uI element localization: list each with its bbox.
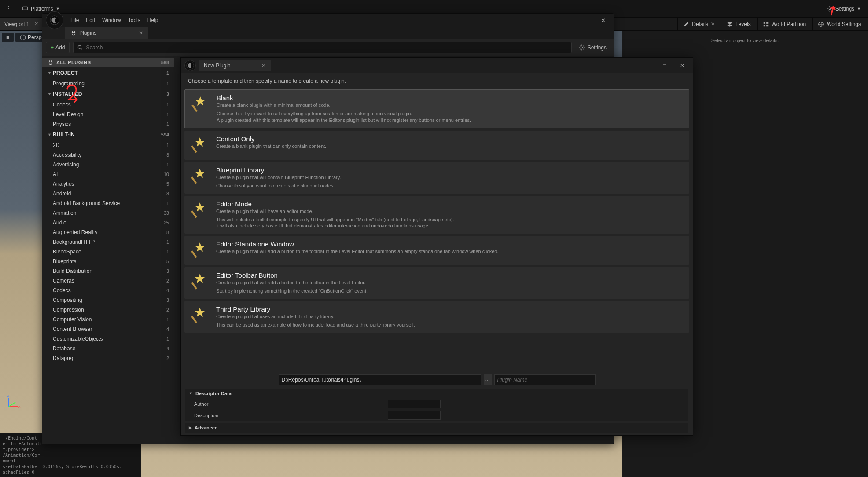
template-title: Editor Mode [216, 200, 684, 208]
world-settings-tab[interactable]: World Settings [812, 18, 866, 30]
sidebar-category-row[interactable]: Programming1 [42, 79, 174, 88]
pencil-icon [683, 21, 689, 27]
template-subtitle: Create a plugin that will add a button t… [216, 280, 684, 285]
new-plugin-titlebar[interactable]: New Plugin ✕ — □ ✕ [181, 58, 693, 73]
browse-path-button[interactable]: ... [484, 374, 492, 385]
sidebar-category-row[interactable]: Android3 [42, 189, 174, 198]
sidebar-category-row[interactable]: BackgroundHTTP1 [42, 237, 174, 247]
category-label: Level Design [53, 111, 166, 117]
close-button[interactable]: ✕ [596, 17, 610, 24]
new-plugin-tab[interactable]: New Plugin ✕ [199, 60, 271, 71]
chevron-down-icon: ▼ [56, 7, 60, 11]
plugins-settings-button[interactable]: Settings [575, 44, 610, 51]
advanced-header[interactable]: ▶ Advanced [185, 423, 688, 433]
grid-icon [763, 21, 769, 27]
expand-arrow-icon: ▼ [48, 132, 53, 137]
descriptor-data-header[interactable]: ▼ Descriptor Data [185, 389, 688, 398]
sidebar-category-row[interactable]: Blueprints5 [42, 257, 174, 266]
category-label: PROJECT [53, 70, 166, 76]
sidebar-section-header[interactable]: ▼BUILT-IN594 [42, 129, 174, 140]
sidebar-category-row[interactable]: Compression2 [42, 305, 174, 315]
template-item[interactable]: Content OnlyCreate a blank plugin that c… [184, 131, 689, 160]
file-menu[interactable]: File [70, 17, 79, 23]
template-subtitle: Create a plugin that uses an included th… [216, 314, 684, 319]
sidebar-category-row[interactable]: Analytics5 [42, 179, 174, 189]
sidebar-category-row[interactable]: Level Design1 [42, 110, 174, 119]
world-partition-tab[interactable]: World Partition [757, 18, 811, 30]
template-item[interactable]: Third Party LibraryCreate a plugin that … [184, 301, 689, 333]
close-icon[interactable]: ✕ [261, 62, 266, 69]
help-menu[interactable]: Help [147, 17, 158, 23]
sidebar-category-row[interactable]: Codecs4 [42, 286, 174, 295]
sidebar-category-row[interactable]: Computer Vision1 [42, 315, 174, 324]
viewport-options-button[interactable]: ≡ [2, 33, 14, 42]
plugin-name-input[interactable] [494, 374, 596, 385]
plugins-tab[interactable]: Plugins ✕ [65, 27, 148, 39]
sidebar-section-header[interactable]: ▼INSTALLED3 [42, 88, 174, 100]
sidebar-category-row[interactable]: Physics1 [42, 119, 174, 129]
minimize-button[interactable]: — [561, 17, 575, 24]
close-icon[interactable]: ✕ [711, 21, 715, 27]
sidebar-category-row[interactable]: Content Browser4 [42, 324, 174, 334]
category-label: Computer Vision [53, 316, 166, 323]
close-icon[interactable]: ✕ [139, 30, 143, 36]
sidebar-category-row[interactable]: BlendSpace1 [42, 247, 174, 257]
sidebar-category-row[interactable]: Dataprep2 [42, 353, 174, 363]
description-input[interactable] [388, 411, 441, 420]
template-item[interactable]: BlankCreate a blank plugin with a minima… [184, 89, 689, 128]
all-plugins-label: ALL PLUGINS [56, 60, 161, 65]
category-count: 3 [166, 268, 169, 274]
template-item[interactable]: Editor ModeCreate a plugin that will hav… [184, 196, 689, 234]
template-item[interactable]: Editor Standalone WindowCreate a plugin … [184, 236, 689, 265]
category-label: BlendSpace [53, 249, 166, 255]
sidebar-category-row[interactable]: Audio25 [42, 218, 174, 227]
template-title: Third Party Library [216, 305, 684, 313]
all-plugins-row[interactable]: ALL PLUGINS 598 [42, 58, 174, 67]
sidebar-category-row[interactable]: Augmented Reality8 [42, 227, 174, 237]
sidebar-category-row[interactable]: Build Distribution3 [42, 266, 174, 276]
new-plugin-instruction: Choose a template and then specify a nam… [181, 73, 693, 88]
sidebar-category-row[interactable]: Advertising1 [42, 160, 174, 169]
minimize-button[interactable]: — [640, 62, 654, 69]
template-item[interactable]: Editor Toolbar ButtonCreate a plugin tha… [184, 267, 689, 299]
sidebar-category-row[interactable]: AI10 [42, 169, 174, 179]
sidebar-category-row[interactable]: Accessibility3 [42, 150, 174, 160]
sidebar-category-row[interactable]: Compositing3 [42, 295, 174, 305]
search-input[interactable] [86, 44, 567, 51]
maximize-button[interactable]: □ [578, 17, 592, 24]
viewport-tab[interactable]: Viewport 1 ✕ [0, 18, 43, 30]
tab-label: World Settings [827, 21, 861, 27]
close-icon[interactable]: ✕ [34, 21, 38, 27]
tools-menu[interactable]: Tools [128, 17, 140, 23]
template-wand-icon [190, 240, 210, 261]
maximize-button[interactable]: □ [658, 62, 672, 69]
category-label: Codecs [53, 287, 166, 294]
author-input[interactable] [388, 400, 441, 408]
sidebar-category-row[interactable]: Cameras2 [42, 276, 174, 286]
edit-menu[interactable]: Edit [86, 17, 95, 23]
levels-tab[interactable]: Levels [721, 18, 756, 30]
category-count: 4 [166, 346, 169, 351]
plugins-titlebar[interactable]: File Edit Window Tools Help — □ ✕ [42, 14, 614, 27]
sidebar-category-row[interactable]: Database4 [42, 344, 174, 353]
category-count: 33 [164, 210, 169, 216]
sidebar-category-row[interactable]: Codecs1 [42, 100, 174, 110]
advanced-label: Advanced [195, 425, 218, 430]
close-button[interactable]: ✕ [675, 62, 689, 69]
sidebar-section-header[interactable]: ▼PROJECT1 [42, 67, 174, 79]
template-item[interactable]: Blueprint LibraryCreate a plugin that wi… [184, 162, 689, 194]
category-label: Accessibility [53, 152, 166, 158]
sidebar-category-row[interactable]: Android Background Service1 [42, 198, 174, 208]
add-plugin-button[interactable]: + Add [46, 42, 70, 53]
unreal-logo-icon [184, 60, 196, 71]
category-label: Database [53, 345, 166, 352]
plugin-search[interactable] [73, 42, 571, 53]
sidebar-category-row[interactable]: 2D1 [42, 140, 174, 150]
sidebar-category-row[interactable]: Animation33 [42, 208, 174, 218]
menu-dots-icon[interactable]: ⋮ [4, 4, 14, 14]
template-subtitle: Create a blank plugin that can only cont… [216, 143, 684, 149]
details-tab[interactable]: Details ✕ [677, 18, 720, 30]
sidebar-category-row[interactable]: CustomizableObjects1 [42, 334, 174, 344]
plugin-path-input[interactable] [279, 374, 481, 385]
window-menu[interactable]: Window [102, 17, 121, 23]
